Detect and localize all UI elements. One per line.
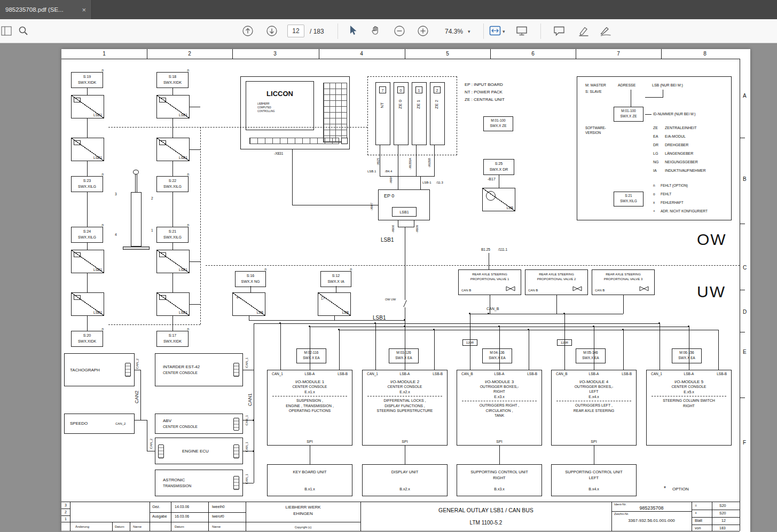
grid-col-label: 7: [613, 51, 624, 57]
sensor-box-s16: S:16SWX.X NGn: [235, 271, 266, 287]
connector-label: -B17: [488, 177, 496, 181]
wire: [140, 420, 147, 420]
io-module-4: CAN_BLSB-ALSB-B I/O-MODULE 4OUTRIGGER BO…: [551, 370, 637, 446]
pin-label: CAN_B: [461, 372, 473, 376]
document-viewport[interactable]: 1 2 3 4 5 6 7 8 A B C D E F S:19SWX.XIDK…: [0, 43, 777, 532]
connector-label: -X608: [391, 225, 395, 233]
option-marker: n: [187, 327, 189, 332]
dashed-separator: [556, 401, 631, 401]
titleblock-line: [112, 522, 113, 531]
wire-label: /111.1: [498, 248, 507, 251]
pin-label: CAN_B: [556, 372, 568, 376]
titleblock-line: [740, 502, 740, 531]
pin-label: LSB-A: [589, 372, 599, 376]
grid-col-label: 4: [356, 51, 367, 57]
wire: [499, 327, 500, 370]
page-number-input[interactable]: 12: [287, 25, 304, 37]
liccon-sub: CONTROLLING: [257, 110, 275, 113]
transducer-icon: [159, 98, 166, 102]
pin-label: LSB-A: [400, 372, 410, 376]
tab-close-icon[interactable]: ×: [82, 6, 86, 14]
cylinder-body: [131, 192, 142, 247]
page-thumbnails-icon[interactable]: [1, 26, 12, 38]
wire: [310, 327, 310, 370]
connector-icon: [233, 418, 239, 431]
wire: [564, 314, 565, 370]
wire: [718, 330, 719, 370]
junction: [404, 325, 405, 327]
hand-tool-icon[interactable]: [371, 25, 381, 38]
wire: [190, 107, 200, 107]
rack-unit-label: ZE 1: [416, 100, 421, 109]
zoom-out-button[interactable]: [393, 25, 406, 39]
legend-arrow: [631, 90, 631, 107]
fill-sign-icon[interactable]: [599, 26, 612, 38]
dashed-boundary: [108, 127, 367, 128]
liccon-logo: LICCON: [246, 90, 314, 98]
von-value: 183: [719, 526, 726, 530]
grid-col-label: 6: [528, 51, 538, 57]
option-marker: n: [187, 68, 189, 73]
reading-mode-icon[interactable]: [516, 26, 528, 38]
wire: [623, 330, 624, 370]
previous-page-button[interactable]: [241, 25, 254, 39]
zoom-in-button[interactable]: [417, 25, 429, 39]
document-tab[interactable]: 985235708.pdf (SE... ×: [0, 0, 92, 19]
comment-icon[interactable]: [553, 26, 565, 38]
wire: [380, 145, 380, 176]
grid-row-label: D: [743, 309, 747, 315]
ruler-tick: [740, 138, 745, 138]
titleblock-line: [692, 517, 740, 518]
bus-label-canb: CAN_B: [486, 307, 499, 311]
liccon-sub: COMPUTED: [257, 106, 271, 109]
copyright-note: Copyright (c): [246, 526, 360, 529]
gauge-icon: [486, 191, 496, 201]
bus-label-can1: CAN1: [247, 393, 253, 406]
note-ze: ZE : CENTRAL UNIT: [465, 97, 505, 102]
wire: [380, 176, 435, 177]
ep0-box: EP 0 LSB1: [378, 189, 430, 220]
junction: [469, 313, 470, 314]
liccon-screen: [246, 81, 314, 130]
rack-unit-label: ZE 0: [398, 100, 403, 109]
titleblock-line: [61, 515, 70, 516]
ruler-tick: [232, 49, 233, 59]
titleblock-line: [360, 502, 361, 531]
transducer-icon: [74, 295, 81, 300]
revision-number: 3: [65, 503, 67, 507]
select-tool-icon[interactable]: [349, 25, 358, 38]
pdf-toolbar: 12 / 183 74.3% ▾ ▾: [0, 19, 777, 43]
junction: [433, 329, 435, 330]
company-city: EHINGEN: [246, 511, 360, 516]
fit-width-icon[interactable]: [489, 26, 501, 38]
rack-address-square: 2: [434, 86, 441, 93]
frame-line: [740, 59, 740, 502]
grid-row-label: B: [743, 176, 747, 182]
power-key: [341, 138, 348, 144]
cylinder-rod: [135, 174, 137, 193]
highlight-icon[interactable]: [578, 26, 590, 38]
wire: [249, 320, 405, 321]
sensor-box-s19: S:19SWX.XIDKn: [71, 72, 103, 88]
gez-label: Gez.: [152, 505, 160, 509]
option-marker: n: [187, 172, 189, 177]
junction: [253, 419, 254, 421]
rack-address-square: 7: [379, 86, 386, 93]
next-page-button[interactable]: [265, 25, 278, 39]
revision-number: 1: [65, 517, 67, 521]
keypad-grid: [323, 83, 347, 142]
bus-label-can2: CAN2: [134, 391, 139, 403]
switch-contact: [403, 300, 407, 307]
wire: [87, 273, 88, 292]
dashed-separator: [652, 396, 726, 396]
pin-label: LSB-A: [684, 372, 694, 376]
find-icon[interactable]: [18, 26, 29, 38]
zoom-level-dropdown[interactable]: 74.3%: [445, 28, 463, 35]
wire: [172, 243, 173, 250]
option-marker: n: [101, 68, 104, 73]
titleblock-header: Name: [133, 525, 142, 528]
wire: [405, 327, 405, 370]
junction: [279, 322, 281, 324]
io-module-3: CAN_BLSB-ALSB-B I/O-MODULE 3OUTRIGGER BO…: [457, 370, 542, 446]
wire-canb-bus: [470, 314, 623, 314]
